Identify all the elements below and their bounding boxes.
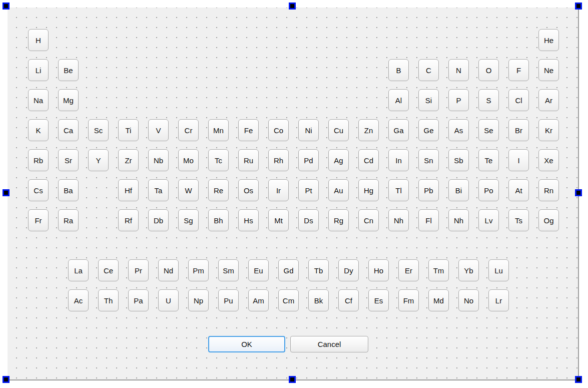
element-button-p[interactable]: P [448, 89, 469, 111]
element-button-k[interactable]: K [28, 119, 49, 141]
element-button-ga[interactable]: Ga [388, 119, 409, 141]
element-button-pd[interactable]: Pd [298, 149, 319, 171]
form-canvas[interactable]: OK Cancel HHeLiBeBCNOFNeNaMgAlSiPSClArKC… [8, 8, 579, 380]
element-button-in[interactable]: In [388, 149, 409, 171]
element-button-sm[interactable]: Sm [218, 259, 239, 281]
element-button-es[interactable]: Es [368, 289, 389, 311]
element-button-na[interactable]: Na [28, 89, 49, 111]
element-button-pa[interactable]: Pa [128, 289, 149, 311]
element-button-fl[interactable]: Fl [418, 209, 439, 231]
element-button-np[interactable]: Np [188, 289, 209, 311]
element-button-h[interactable]: H [28, 29, 49, 51]
element-button-i[interactable]: I [508, 149, 529, 171]
element-button-f[interactable]: F [508, 59, 529, 81]
element-button-n[interactable]: N [448, 59, 469, 81]
element-button-og[interactable]: Og [538, 209, 559, 231]
element-button-gd[interactable]: Gd [278, 259, 299, 281]
element-button-mt[interactable]: Mt [268, 209, 289, 231]
element-button-ho[interactable]: Ho [368, 259, 389, 281]
element-button-mg[interactable]: Mg [58, 89, 79, 111]
element-button-hf[interactable]: Hf [118, 179, 139, 201]
element-button-sb[interactable]: Sb [448, 149, 469, 171]
element-button-tl[interactable]: Tl [388, 179, 409, 201]
element-button-tc[interactable]: Tc [208, 149, 229, 171]
element-button-nh[interactable]: Nh [448, 209, 469, 231]
element-button-ag[interactable]: Ag [328, 149, 349, 171]
element-button-fm[interactable]: Fm [398, 289, 419, 311]
resize-handle-top-right[interactable] [575, 3, 582, 10]
element-button-tb[interactable]: Tb [308, 259, 329, 281]
element-button-ne[interactable]: Ne [538, 59, 559, 81]
element-button-lr[interactable]: Lr [488, 289, 509, 311]
element-button-cm[interactable]: Cm [278, 289, 299, 311]
element-button-ti[interactable]: Ti [118, 119, 139, 141]
element-button-ac[interactable]: Ac [68, 289, 89, 311]
element-button-md[interactable]: Md [428, 289, 449, 311]
element-button-xe[interactable]: Xe [538, 149, 559, 171]
element-button-ts[interactable]: Ts [508, 209, 529, 231]
element-button-pr[interactable]: Pr [128, 259, 149, 281]
element-button-o[interactable]: O [478, 59, 499, 81]
element-button-tm[interactable]: Tm [428, 259, 449, 281]
element-button-al[interactable]: Al [388, 89, 409, 111]
element-button-ar[interactable]: Ar [538, 89, 559, 111]
element-button-bk[interactable]: Bk [308, 289, 329, 311]
element-button-ir[interactable]: Ir [268, 179, 289, 201]
resize-handle-top-left[interactable] [3, 3, 10, 10]
element-button-os[interactable]: Os [238, 179, 259, 201]
element-button-cl[interactable]: Cl [508, 89, 529, 111]
element-button-no[interactable]: No [458, 289, 479, 311]
element-button-cs[interactable]: Cs [28, 179, 49, 201]
element-button-cd[interactable]: Cd [358, 149, 379, 171]
element-button-he[interactable]: He [538, 29, 559, 51]
element-button-nb[interactable]: Nb [148, 149, 169, 171]
element-button-y[interactable]: Y [88, 149, 109, 171]
element-button-s[interactable]: S [478, 89, 499, 111]
element-button-ds[interactable]: Ds [298, 209, 319, 231]
element-button-bh[interactable]: Bh [208, 209, 229, 231]
element-button-te[interactable]: Te [478, 149, 499, 171]
element-button-fe[interactable]: Fe [238, 119, 259, 141]
element-button-fr[interactable]: Fr [28, 209, 49, 231]
element-button-nh[interactable]: Nh [388, 209, 409, 231]
element-button-rh[interactable]: Rh [268, 149, 289, 171]
element-button-w[interactable]: W [178, 179, 199, 201]
resize-handle-bottom-right[interactable] [575, 376, 582, 383]
element-button-mn[interactable]: Mn [208, 119, 229, 141]
element-button-v[interactable]: V [148, 119, 169, 141]
element-button-zn[interactable]: Zn [358, 119, 379, 141]
element-button-pb[interactable]: Pb [418, 179, 439, 201]
element-button-hg[interactable]: Hg [358, 179, 379, 201]
element-button-am[interactable]: Am [248, 289, 269, 311]
element-button-b[interactable]: B [388, 59, 409, 81]
element-button-ca[interactable]: Ca [58, 119, 79, 141]
ok-button[interactable]: OK [208, 336, 285, 352]
element-button-eu[interactable]: Eu [248, 259, 269, 281]
element-button-dy[interactable]: Dy [338, 259, 359, 281]
resize-handle-middle-left[interactable] [3, 189, 10, 196]
element-button-cu[interactable]: Cu [328, 119, 349, 141]
element-button-rg[interactable]: Rg [328, 209, 349, 231]
element-button-bi[interactable]: Bi [448, 179, 469, 201]
element-button-th[interactable]: Th [98, 289, 119, 311]
element-button-rn[interactable]: Rn [538, 179, 559, 201]
element-button-rf[interactable]: Rf [118, 209, 139, 231]
element-button-yb[interactable]: Yb [458, 259, 479, 281]
element-button-nd[interactable]: Nd [158, 259, 179, 281]
element-button-co[interactable]: Co [268, 119, 289, 141]
element-button-sc[interactable]: Sc [88, 119, 109, 141]
element-button-cf[interactable]: Cf [338, 289, 359, 311]
element-button-lu[interactable]: Lu [488, 259, 509, 281]
element-button-re[interactable]: Re [208, 179, 229, 201]
element-button-ta[interactable]: Ta [148, 179, 169, 201]
element-button-cr[interactable]: Cr [178, 119, 199, 141]
element-button-pm[interactable]: Pm [188, 259, 209, 281]
element-button-as[interactable]: As [448, 119, 469, 141]
resize-handle-middle-right[interactable] [575, 189, 582, 196]
resize-handle-bottom-left[interactable] [3, 376, 10, 383]
element-button-zr[interactable]: Zr [118, 149, 139, 171]
element-button-ba[interactable]: Ba [58, 179, 79, 201]
element-button-db[interactable]: Db [148, 209, 169, 231]
resize-handle-bottom-center[interactable] [289, 376, 296, 383]
element-button-u[interactable]: U [158, 289, 179, 311]
